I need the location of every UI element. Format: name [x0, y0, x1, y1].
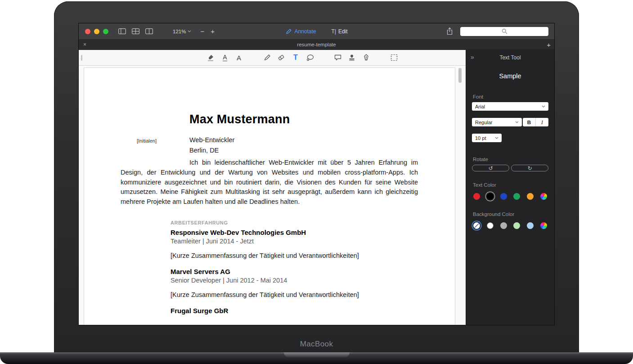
text-style-tool-icon[interactable]: A [234, 53, 244, 63]
font-label: Font [473, 94, 554, 99]
rotate-controls: ↺ ↻ [472, 165, 548, 171]
panel-drag-handle[interactable] [81, 55, 82, 61]
zoom-in-button[interactable]: + [211, 27, 215, 35]
signature-tool-icon[interactable] [361, 53, 371, 63]
rotate-left-button[interactable]: ↺ [472, 165, 509, 171]
document-area: Max Mustermann [Initialen] Web-Entwickle… [79, 66, 466, 325]
background-color-label: Background Color [473, 211, 554, 217]
selection-tool-icon[interactable] [389, 53, 399, 63]
annotate-label: Annotate [294, 28, 316, 35]
background-color-swatches [473, 221, 547, 230]
shape-tool-icon[interactable] [305, 53, 315, 63]
collapse-sidebar-icon[interactable]: » [471, 54, 474, 61]
font-style-value: Regular [475, 120, 493, 125]
text-tool-sidebar: » Text Tool Sample Font Arial Regular [466, 50, 554, 325]
chevron-down-icon [515, 121, 519, 123]
annotation-toolbar: A A T [79, 50, 466, 66]
text-color-blue[interactable] [500, 193, 507, 200]
background-color-none-selected[interactable] [473, 222, 480, 229]
font-size-select[interactable]: 10 pt [472, 134, 502, 142]
text-color-green[interactable] [513, 193, 520, 200]
background-color-green[interactable] [513, 222, 520, 229]
rotate-label: Rotate [473, 157, 554, 162]
tab-title: resume-template [79, 42, 554, 47]
search-input[interactable] [460, 27, 548, 36]
zoom-level-dropdown[interactable]: 121% [173, 29, 191, 34]
sidebar-title: Text Tool [466, 50, 554, 65]
rotate-left-icon: ↺ [488, 166, 493, 171]
experience-header: ARBEITSERFAHRUNG [171, 220, 427, 225]
edit-label: Edit [338, 28, 348, 35]
text-color-red[interactable] [473, 193, 480, 200]
tab-annotate[interactable]: Annotate [285, 28, 316, 35]
job-summary-placeholder: [Kurze Zusammenfassung der Tätigkeit und… [171, 252, 427, 259]
thumbnails-view-icon[interactable] [132, 28, 139, 34]
macbook-mockup: 121% − + Annotate T| Edit [0, 0, 633, 364]
fullscreen-window-button[interactable] [103, 29, 108, 34]
font-sample-preview: Sample [466, 72, 554, 80]
zoom-level: 121% [173, 29, 186, 34]
mode-switcher: Annotate T| Edit [285, 28, 347, 35]
font-style-select[interactable]: Regular [472, 118, 522, 126]
macbook-base [0, 352, 633, 364]
text-color-orange[interactable] [527, 193, 534, 200]
view-controls [118, 28, 153, 34]
text-tool-icon[interactable]: T [291, 53, 301, 63]
sidebar-header: » Text Tool [466, 50, 554, 65]
background-color-gray[interactable] [500, 222, 507, 229]
underline-tool-icon[interactable]: A [220, 53, 230, 63]
titlebar-right [446, 27, 548, 36]
resume-summary: Ich bin leidenschaftlicher Web-Entwickle… [121, 158, 418, 207]
font-size-value: 10 pt [475, 135, 486, 141]
zoom-out-button[interactable]: − [200, 27, 204, 35]
titlebar: 121% − + Annotate T| Edit [79, 23, 554, 40]
macbook-lid-notch [284, 352, 350, 357]
background-color-blue[interactable] [527, 222, 534, 229]
background-color-white[interactable] [487, 222, 494, 229]
two-page-view-icon[interactable] [145, 28, 153, 34]
job-meta: Senior Developer | Juni 2012 - Mai 2014 [171, 277, 427, 284]
highlight-tool-icon[interactable] [206, 53, 215, 63]
traffic-lights [85, 29, 108, 34]
zoom-controls: 121% − + [173, 27, 215, 35]
font-select[interactable]: Arial [472, 102, 548, 111]
font-select-value: Arial [475, 104, 485, 109]
italic-button[interactable]: I [536, 118, 548, 126]
eraser-tool-icon[interactable] [276, 53, 286, 63]
resume-contact: Web-Entwickler Berlin, DE [189, 135, 234, 156]
chevron-down-icon [188, 30, 191, 32]
sidebar-view-icon[interactable] [118, 28, 126, 34]
tab-edit[interactable]: T| Edit [331, 28, 347, 35]
bold-button[interactable]: B [523, 118, 536, 126]
job-company: Marvel Servers AG [171, 268, 427, 275]
scrollbar-thumb[interactable] [458, 68, 462, 83]
tab-bar[interactable]: × resume-template + [79, 40, 554, 50]
share-icon[interactable] [446, 27, 453, 35]
note-tool-icon[interactable] [333, 53, 343, 63]
bold-italic-group: B I [523, 118, 548, 126]
pen-tool-icon[interactable] [262, 53, 272, 63]
job-company: Frugal Surge GbR [171, 307, 427, 315]
experience-section: ARBEITSERFAHRUNG Responsive Web-Dev Tech… [171, 220, 427, 316]
resume-name: Max Mustermann [189, 112, 290, 126]
macbook-lid: 121% − + Annotate T| Edit [54, 1, 579, 352]
chevron-down-icon [542, 105, 545, 108]
text-color-black-selected[interactable] [487, 193, 494, 200]
initials-placeholder: [Initialen] [137, 138, 157, 144]
app-window: 121% − + Annotate T| Edit [79, 23, 554, 325]
edit-text-icon: T| [331, 28, 336, 35]
close-window-button[interactable] [85, 29, 90, 34]
stamp-tool-icon[interactable] [347, 53, 357, 63]
text-color-custom[interactable] [540, 193, 547, 200]
pdf-page[interactable]: Max Mustermann [Initialen] Web-Entwickle… [84, 67, 455, 325]
background-color-custom[interactable] [540, 222, 547, 229]
new-tab-button[interactable]: + [547, 41, 551, 48]
resume-role: Web-Entwickler [189, 135, 234, 145]
minimize-window-button[interactable] [94, 29, 99, 34]
macbook-brand-label: MacBook [54, 340, 579, 349]
rotate-right-button[interactable]: ↻ [511, 165, 548, 171]
annotate-pen-icon [285, 28, 292, 34]
job-summary-placeholder: [Kurze Zusammenfassung der Tätigkeit und… [171, 291, 427, 298]
rotate-right-icon: ↻ [527, 166, 532, 171]
resume-location: Berlin, DE [189, 145, 234, 156]
